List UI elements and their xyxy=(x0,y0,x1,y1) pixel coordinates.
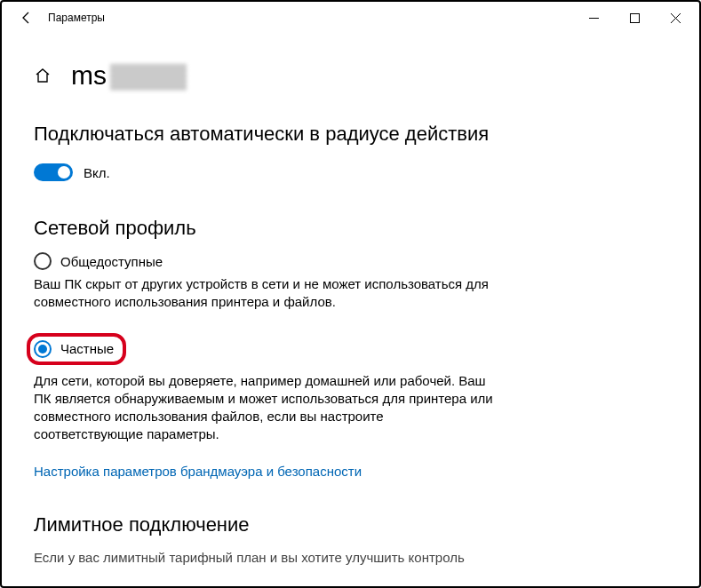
home-icon[interactable] xyxy=(34,67,52,84)
maximize-button[interactable] xyxy=(614,4,655,32)
titlebar: Параметры xyxy=(2,2,699,34)
window-title: Параметры xyxy=(48,12,573,24)
radio-public-desc: Ваш ПК скрыт от других устройств в сети … xyxy=(34,275,496,312)
page-title: ms xyxy=(71,60,187,91)
radio-public-label: Общедоступные xyxy=(60,254,163,269)
network-profile-heading: Сетевой профиль xyxy=(34,217,667,240)
radio-icon xyxy=(34,252,52,270)
metered-heading: Лимитное подключение xyxy=(34,513,667,536)
firewall-settings-link[interactable]: Настройка параметров брандмауэра и безоп… xyxy=(34,464,362,479)
radio-public[interactable]: Общедоступные xyxy=(34,252,667,270)
back-button[interactable] xyxy=(12,11,41,25)
autoconnect-heading: Подключаться автоматически в радиусе дей… xyxy=(34,123,667,146)
autoconnect-toggle-label: Вкл. xyxy=(84,165,110,180)
radio-private[interactable]: Частные xyxy=(34,340,114,358)
network-name-redacted xyxy=(110,64,187,91)
content-area: ms Подключаться автоматически в радиусе … xyxy=(2,34,699,567)
highlight-annotation: Частные xyxy=(27,333,126,365)
metered-desc: Если у вас лимитный тарифный план и вы х… xyxy=(34,549,496,567)
network-name-prefix: ms xyxy=(71,60,107,90)
autoconnect-toggle[interactable] xyxy=(34,163,73,181)
close-button[interactable] xyxy=(655,4,696,32)
svg-rect-1 xyxy=(630,13,639,22)
radio-icon xyxy=(34,340,52,358)
page-header: ms xyxy=(34,60,667,91)
radio-private-desc: Для сети, которой вы доверяете, например… xyxy=(34,372,496,444)
radio-private-label: Частные xyxy=(60,341,114,356)
minimize-button[interactable] xyxy=(573,4,614,32)
